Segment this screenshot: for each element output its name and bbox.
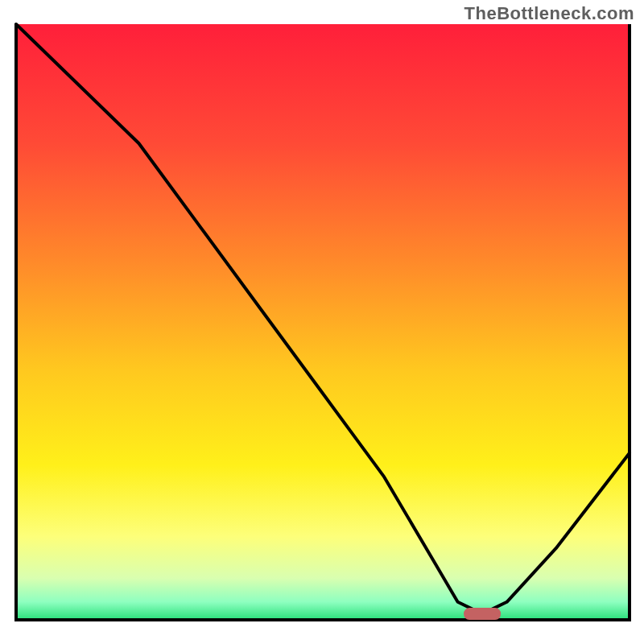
chart-svg — [0, 0, 644, 644]
watermark-text: TheBottleneck.com — [464, 3, 634, 24]
optimum-marker — [464, 608, 501, 620]
chart-stage: TheBottleneck.com — [0, 0, 644, 644]
